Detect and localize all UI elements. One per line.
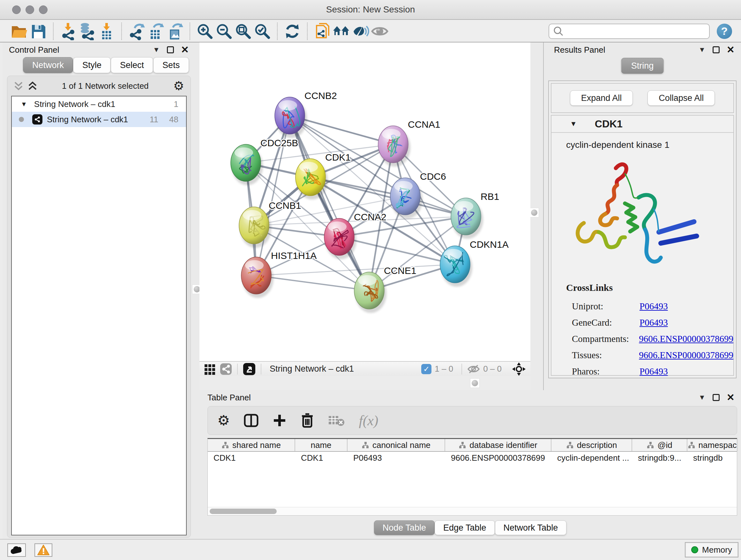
column-header-shared-name[interactable]: shared name — [208, 439, 295, 451]
gene-name: CDK1 — [595, 118, 623, 130]
left-splitter[interactable] — [195, 43, 199, 539]
refresh-layout-icon[interactable] — [283, 22, 302, 40]
detach-view-icon[interactable] — [243, 363, 256, 375]
panel-float-icon[interactable] — [713, 46, 720, 53]
network-collection-row[interactable]: ▼ String Network – cdk1 1 — [12, 97, 186, 112]
grid-view-icon[interactable] — [204, 363, 216, 375]
collection-label: String Network – cdk1 — [34, 99, 115, 109]
share-document-icon[interactable] — [313, 22, 332, 40]
import-table-icon[interactable] — [97, 22, 116, 40]
network-canvas[interactable]: CCNB2CCNA1CDC25BCDK1CDC6RB1CCNB1CCNA2CDK… — [199, 43, 530, 361]
table-cell[interactable]: cyclin-dependent ... — [551, 452, 632, 464]
tree-caret-icon[interactable]: ▼ — [21, 101, 27, 108]
warning-button[interactable] — [35, 543, 52, 557]
column-header-description[interactable]: description — [551, 439, 632, 451]
help-icon[interactable]: ? — [717, 23, 732, 39]
table-row[interactable]: CDK1CDK1P064939606.ENSP00000378699cyclin… — [208, 452, 737, 464]
network-node-cdkn1a[interactable]: CDKN1A — [440, 239, 509, 287]
tab-sets[interactable]: Sets — [153, 57, 189, 73]
memory-button[interactable]: Memory — [685, 542, 738, 557]
right-splitter[interactable] — [530, 43, 543, 390]
network-node-ccnb2[interactable]: CCNB2 — [275, 90, 337, 138]
collapse-all-button[interactable]: Collapse All — [648, 90, 715, 106]
network-node-rb1[interactable]: RB1 — [451, 191, 499, 239]
tab-network-table[interactable]: Network Table — [495, 520, 567, 535]
column-header--id[interactable]: @id — [632, 439, 687, 451]
zoom-out-icon[interactable] — [214, 22, 233, 40]
column-header-namespac[interactable]: namespac — [687, 439, 738, 451]
export-table-icon[interactable] — [146, 22, 165, 40]
expand-all-icon[interactable] — [28, 80, 37, 91]
table-cell[interactable]: P06493 — [347, 452, 445, 464]
export-image-icon[interactable] — [165, 22, 185, 40]
save-session-icon[interactable] — [29, 22, 48, 40]
panel-float-icon[interactable] — [713, 394, 720, 401]
open-session-icon[interactable] — [10, 22, 29, 40]
network-node-ccna2[interactable]: CCNA2 — [324, 212, 387, 259]
column-header-canonical-name[interactable]: canonical name — [347, 439, 445, 451]
table-cell[interactable]: CDK1 — [295, 452, 347, 464]
table-options-gear-icon[interactable]: ⚙ — [217, 414, 230, 428]
table-hscrollbar[interactable] — [208, 507, 737, 515]
show-columns-icon[interactable] — [244, 413, 259, 428]
network-node-count: 11 — [150, 115, 158, 125]
crosslink-link[interactable]: P06493 — [639, 317, 668, 328]
table-cell[interactable]: stringdb:9... — [632, 452, 687, 464]
crosslink-link[interactable]: 9606.ENSP00000378699 — [639, 350, 733, 361]
birdseye-navigator-icon[interactable] — [512, 362, 526, 376]
node-label-cdc6: CDC6 — [420, 171, 446, 182]
horizontal-splitter[interactable] — [199, 376, 530, 390]
node-table[interactable]: shared namenamecanonical namedatabase id… — [207, 438, 737, 516]
panel-close-icon[interactable]: ✕ — [727, 46, 735, 53]
delete-column-icon[interactable] — [300, 413, 314, 428]
zoom-fit-icon[interactable] — [233, 22, 253, 40]
tab-network[interactable]: Network — [23, 57, 73, 73]
node-label-cdkn1a: CDKN1A — [470, 239, 509, 250]
results-panel: Results Panel ▼ ✕ String Expand All Coll… — [543, 43, 741, 390]
panel-close-icon[interactable]: ✕ — [727, 394, 735, 401]
scrollbar-thumb[interactable] — [210, 509, 277, 514]
create-column-icon[interactable] — [273, 414, 286, 428]
network-view[interactable]: CCNB2CCNA1CDC25BCDK1CDC6RB1CCNB1CCNA2CDK… — [199, 43, 530, 376]
search-input[interactable] — [564, 26, 704, 36]
collapse-all-icon[interactable] — [14, 80, 23, 91]
gene-section: ▼ CDK1 cyclin-dependent kinase 1 CrossLi… — [551, 115, 734, 376]
panel-close-icon[interactable]: ✕ — [181, 46, 189, 53]
column-header-name[interactable]: name — [295, 439, 347, 451]
expand-all-button[interactable]: Expand All — [570, 90, 633, 106]
panel-float-icon[interactable] — [167, 46, 174, 53]
panel-collapse-icon[interactable]: ▼ — [698, 46, 705, 54]
network-row[interactable]: String Network – cdk1 11 48 — [12, 112, 186, 127]
export-network-icon[interactable] — [127, 22, 146, 40]
zoom-in-icon[interactable] — [195, 22, 214, 40]
tab-edge-table[interactable]: Edge Table — [434, 520, 495, 535]
string-visibility-icon[interactable] — [351, 22, 370, 40]
panel-collapse-icon[interactable]: ▼ — [698, 393, 705, 401]
column-header-database-identifier[interactable]: database identifier — [445, 439, 551, 451]
network-node-ccne1[interactable]: CCNE1 — [354, 265, 416, 313]
zoom-selected-icon[interactable] — [253, 22, 272, 40]
cloud-button[interactable] — [7, 543, 26, 557]
tab-select[interactable]: Select — [111, 57, 153, 73]
string-home-icon[interactable] — [332, 22, 351, 40]
splitter-grip[interactable] — [470, 378, 480, 388]
splitter-grip[interactable] — [529, 208, 539, 217]
crosslink-link[interactable]: P06493 — [639, 366, 668, 377]
panel-collapse-icon[interactable]: ▼ — [153, 46, 160, 54]
table-cell[interactable]: stringdb — [687, 452, 738, 464]
selected-checkbox-icon[interactable]: ✓ — [421, 364, 431, 374]
tab-style[interactable]: Style — [73, 57, 111, 73]
search-box[interactable] — [549, 23, 710, 39]
gene-section-header[interactable]: ▼ CDK1 — [551, 116, 733, 133]
crosslink-link[interactable]: 9606.ENSP00000378699 — [639, 334, 733, 344]
import-network-file-icon[interactable] — [59, 22, 78, 40]
import-network-database-icon[interactable] — [78, 22, 97, 40]
tab-node-table[interactable]: Node Table — [374, 520, 434, 535]
tab-string[interactable]: String — [621, 58, 664, 74]
table-cell[interactable]: CDK1 — [208, 452, 295, 464]
network-options-gear-icon[interactable]: ⚙ — [173, 80, 184, 92]
table-cell[interactable]: 9606.ENSP00000378699 — [445, 452, 551, 464]
crosslink-link[interactable]: P06493 — [639, 301, 668, 312]
section-caret-icon[interactable]: ▼ — [570, 120, 577, 128]
network-view-mode-icon[interactable] — [220, 363, 232, 375]
